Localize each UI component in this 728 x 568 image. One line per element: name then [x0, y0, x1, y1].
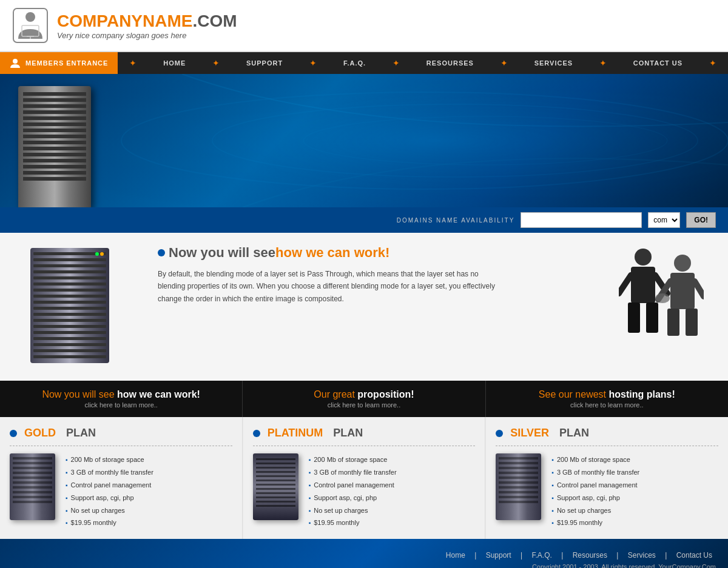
- nav-sep: ✦: [709, 58, 716, 68]
- blue-bullet-main: [158, 249, 165, 256]
- nav-sep: ✦: [212, 58, 220, 68]
- svg-rect-16: [33, 282, 106, 286]
- svg-rect-25: [33, 337, 106, 340]
- footer: Home | Support | F.A.Q. | Resourses | Se…: [0, 539, 728, 568]
- promo-2-normal: Our great: [314, 389, 357, 399]
- svg-point-43: [655, 293, 670, 303]
- platinum-title-orange: PLATINUM: [268, 427, 323, 439]
- footer-links: Home | Support | F.A.Q. | Resourses | Se…: [12, 551, 716, 560]
- domain-go-button[interactable]: GO!: [686, 212, 716, 228]
- promo-1-sub: click here to learn more..: [10, 401, 232, 409]
- banner-swirl: [0, 74, 728, 207]
- svg-rect-11: [33, 252, 106, 255]
- nav-services[interactable]: SERVICES: [531, 59, 576, 67]
- members-entrance-label: MEMBERS ENTRANCE: [25, 59, 108, 67]
- platinum-server-image: [253, 453, 302, 529]
- handshake-icon: [619, 245, 704, 342]
- svg-rect-18: [33, 295, 106, 298]
- slogan: Very nice company slogan goes here: [57, 31, 237, 40]
- silver-server-image: [496, 453, 544, 529]
- gold-features: 200 Mb of storage space 3 GB of monthly …: [66, 453, 232, 529]
- gold-feature-4: Support asp, cgi, php: [66, 492, 232, 504]
- svg-rect-21: [33, 313, 106, 316]
- silver-feature-1: 200 Mb of storage space: [551, 453, 718, 466]
- gold-server-image: [10, 453, 58, 529]
- nav-support[interactable]: SUPPORT: [243, 59, 286, 67]
- svg-rect-28: [33, 355, 106, 358]
- promo-item-2[interactable]: Our great proposition! click here to lea…: [243, 381, 485, 417]
- nav-resourses[interactable]: RESOURSES: [423, 59, 477, 67]
- svg-point-37: [674, 255, 691, 272]
- footer-link-home[interactable]: Home: [446, 551, 465, 560]
- platinum-features: 200 Mb of storage space 3 GB of monthly …: [309, 453, 476, 529]
- platinum-bullet: [253, 430, 260, 437]
- silver-feature-6: $19.95 monthly: [551, 516, 718, 529]
- members-entrance[interactable]: MEMBERS ENTRANCE: [0, 52, 118, 74]
- platinum-title-gray: PLAN: [333, 427, 363, 439]
- footer-link-faq[interactable]: F.A.Q.: [531, 551, 551, 560]
- svg-rect-32: [631, 267, 655, 303]
- silver-title-orange: SILVER: [510, 427, 549, 439]
- silver-features: 200 Mb of storage space 3 GB of monthly …: [551, 453, 718, 529]
- company-name-gray: .COM: [192, 12, 237, 30]
- gold-plan: GOLD PLAN 200 Mb of storage space 3 GB o…: [0, 417, 243, 539]
- platinum-plan-title: PLATINUM PLAN: [253, 427, 476, 439]
- gold-title-orange: GOLD: [24, 427, 56, 439]
- platinum-feature-4: Support asp, cgi, php: [309, 492, 476, 504]
- svg-rect-19: [33, 301, 106, 304]
- svg-point-5: [13, 59, 18, 64]
- nav-contact[interactable]: CONTACT US: [630, 59, 686, 67]
- svg-rect-17: [33, 289, 106, 292]
- silver-plan-title: SILVER PLAN: [496, 427, 718, 439]
- nav-sep: ✦: [129, 58, 136, 68]
- footer-link-support[interactable]: Support: [486, 551, 511, 560]
- svg-rect-35: [628, 302, 640, 333]
- platinum-divider: [253, 446, 476, 446]
- banner-server-image: [18, 86, 91, 207]
- footer-link-resourses[interactable]: Resourses: [573, 551, 607, 560]
- nav-home[interactable]: HOME: [160, 59, 189, 67]
- gold-feature-5: No set up charges: [66, 504, 232, 517]
- svg-line-33: [619, 275, 631, 293]
- svg-rect-13: [33, 264, 106, 267]
- nav-faq[interactable]: F.A.Q.: [340, 59, 369, 67]
- svg-line-40: [695, 281, 704, 296]
- footer-copyright: Copyright 2001 - 2003, All rights reserv…: [12, 563, 716, 568]
- footer-link-services[interactable]: Services: [628, 551, 656, 560]
- svg-rect-36: [646, 302, 658, 333]
- silver-feature-3: Control panel management: [551, 479, 718, 492]
- promo-1-main: Now you will see how we can work!: [10, 389, 232, 400]
- promo-item-1[interactable]: Now you will see how we can work! click …: [0, 381, 243, 417]
- plans-section: GOLD PLAN 200 Mb of storage space 3 GB o…: [0, 417, 728, 539]
- gold-plan-title: GOLD PLAN: [10, 427, 232, 439]
- svg-rect-42: [686, 309, 698, 336]
- gold-bullet: [10, 430, 17, 437]
- logo-icon: [12, 7, 49, 44]
- domain-input[interactable]: [521, 212, 642, 228]
- promo-item-3[interactable]: See our newest hosting plans! click here…: [486, 381, 728, 417]
- platinum-feature-2: 3 GB of monthly file transfer: [309, 466, 476, 479]
- silver-divider: [496, 446, 718, 446]
- svg-rect-24: [33, 331, 106, 334]
- gold-title-gray: PLAN: [66, 427, 96, 439]
- domain-extension-select[interactable]: com net org info: [648, 212, 680, 228]
- platinum-plan-inner: 200 Mb of storage space 3 GB of monthly …: [253, 453, 476, 529]
- svg-rect-12: [33, 258, 106, 261]
- promo-2-main: Our great proposition!: [252, 389, 475, 400]
- platinum-feature-6: $19.95 monthly: [309, 516, 476, 529]
- promo-2-bold: proposition!: [357, 389, 414, 399]
- gold-feature-2: 3 GB of monthly file transfer: [66, 466, 232, 479]
- person-icon: [10, 58, 21, 68]
- svg-rect-22: [33, 319, 106, 322]
- nav-sep: ✦: [599, 58, 607, 68]
- silver-feature-2: 3 GB of monthly file transfer: [551, 466, 718, 479]
- silver-plan-inner: 200 Mb of storage space 3 GB of monthly …: [496, 453, 718, 529]
- nav-sep: ✦: [500, 58, 508, 68]
- footer-link-contact[interactable]: Contact Us: [676, 551, 712, 560]
- svg-point-30: [100, 252, 104, 256]
- platinum-plan: PLATINUM PLAN 200 Mb of storage space 3 …: [243, 417, 486, 539]
- domain-label: DOMAINS NAME AVAILABILITY: [397, 217, 515, 224]
- content-right: Now you will see how we can work! By def…: [158, 245, 716, 369]
- nav-bar: MEMBERS ENTRANCE ✦ HOME ✦ SUPPORT ✦ F.A.…: [0, 52, 728, 74]
- svg-rect-14: [33, 270, 106, 273]
